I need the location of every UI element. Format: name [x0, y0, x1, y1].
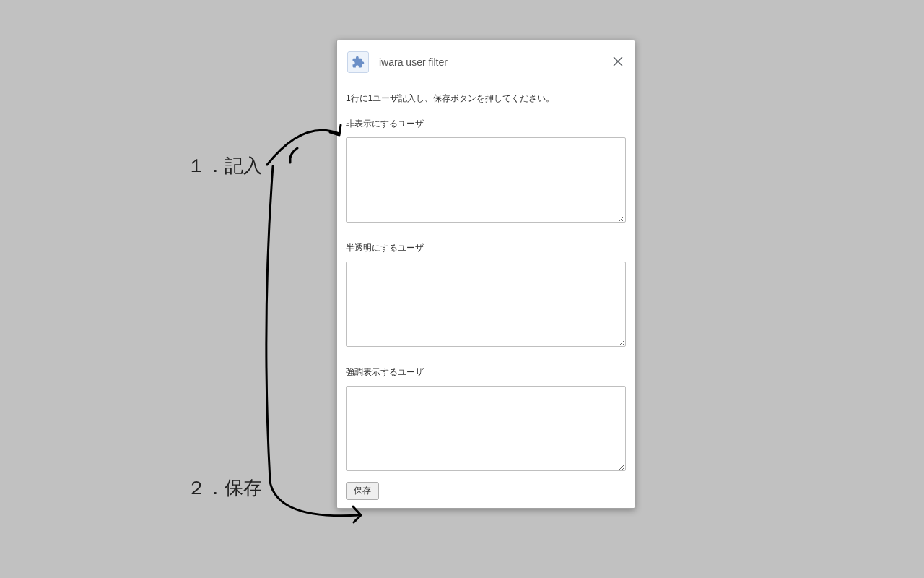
dialog-header: iwara user filter	[337, 40, 635, 84]
annotation-step2: ２．保存	[187, 475, 262, 501]
emphasize-users-label: 強調表示するユーザ	[346, 366, 626, 379]
close-button[interactable]	[609, 52, 627, 71]
save-button[interactable]: 保存	[346, 482, 379, 500]
annotation-step1: １．記入	[187, 153, 262, 178]
dialog-body[interactable]: 1行に1ユーザ記入し、保存ボタンを押してください。 非表示にするユーザ 半透明に…	[337, 84, 635, 508]
extension-puzzle-icon	[347, 51, 369, 73]
dialog-title: iwara user filter	[379, 56, 448, 68]
hide-users-label: 非表示にするユーザ	[346, 118, 626, 130]
hide-users-textarea[interactable]	[346, 137, 626, 223]
instructions-text: 1行に1ユーザ記入し、保存ボタンを押してください。	[346, 92, 626, 105]
translucent-users-textarea[interactable]	[346, 262, 626, 347]
emphasize-users-textarea[interactable]	[346, 386, 626, 471]
translucent-users-label: 半透明にするユーザ	[346, 242, 626, 254]
extension-options-dialog: iwara user filter 1行に1ユーザ記入し、保存ボタンを押してくだ…	[336, 40, 635, 509]
close-icon	[613, 56, 623, 66]
